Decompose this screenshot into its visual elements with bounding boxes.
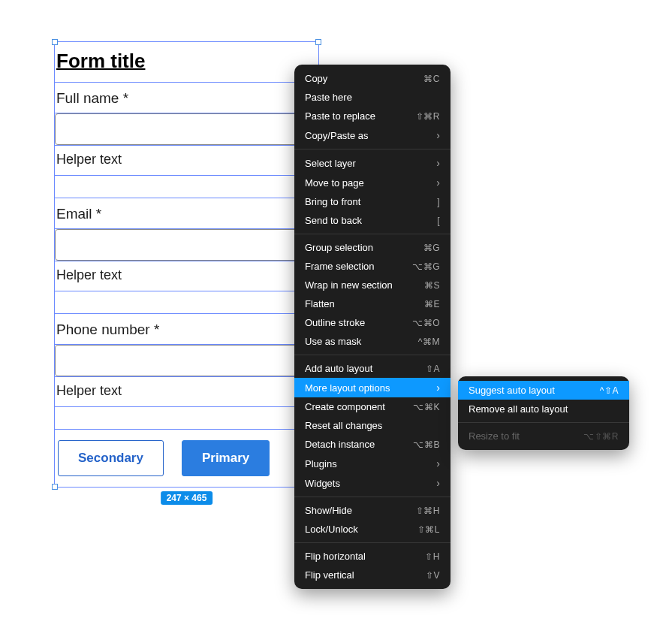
field-group[interactable]: Email * Helper text — [55, 198, 318, 291]
menu-item-label: Reset all changes — [305, 420, 382, 431]
menu-item-detach-instance[interactable]: Detach instance⌥⌘B — [294, 435, 451, 454]
menu-item-label: More layout options — [305, 382, 390, 394]
spacer — [55, 291, 318, 314]
menu-item-reset-all-changes[interactable]: Reset all changes — [294, 416, 451, 435]
menu-item-use-as-mask[interactable]: Use as mask^⌘M — [294, 332, 451, 351]
chevron-right-icon: › — [436, 477, 440, 489]
menu-item-select-layer[interactable]: Select layer› — [294, 153, 451, 173]
menu-item-copy[interactable]: Copy⌘C — [294, 69, 451, 88]
menu-item-lock-unlock[interactable]: Lock/Unlock⇧⌘L — [294, 520, 451, 539]
menu-item-label: Suggest auto layout — [469, 385, 555, 396]
menu-item-bring-to-front[interactable]: Bring to front] — [294, 192, 451, 211]
menu-item-group-selection[interactable]: Group selection⌘G — [294, 238, 451, 257]
menu-item-label: Lock/Unlock — [305, 524, 358, 535]
menu-item-copy-paste-as[interactable]: Copy/Paste as› — [294, 125, 451, 145]
menu-item-flatten[interactable]: Flatten⌘E — [294, 294, 451, 313]
menu-item-label: Use as mask — [305, 336, 361, 347]
menu-item-label: Send to back — [305, 215, 362, 226]
menu-item-add-auto-layout[interactable]: Add auto layout⇧A — [294, 359, 451, 378]
menu-shortcut: ⌥⌘K — [413, 402, 440, 412]
field-label[interactable]: Full name * — [55, 83, 318, 113]
menu-item-send-to-back[interactable]: Send to back[ — [294, 211, 451, 230]
selection-handle-tl[interactable] — [52, 39, 58, 45]
field-label[interactable]: Phone number * — [55, 314, 318, 345]
context-menu: Copy⌘CPaste herePaste to replace⇧⌘RCopy/… — [294, 65, 451, 589]
field-group[interactable]: Full name * Helper text — [55, 83, 318, 176]
menu-item-label: Show/Hide — [305, 505, 352, 516]
form-title[interactable]: Form title — [55, 42, 318, 83]
menu-item-label: Flip horizontal — [305, 551, 366, 562]
field-group[interactable]: Phone number * Helper text — [55, 314, 318, 407]
selection-handle-tr[interactable] — [315, 39, 321, 45]
menu-shortcut: ^⇧A — [600, 385, 619, 396]
menu-item-flip-vertical[interactable]: Flip vertical⇧V — [294, 566, 451, 584]
chevron-right-icon: › — [436, 177, 440, 189]
submenu-item-suggest-auto-layout[interactable]: Suggest auto layout^⇧A — [458, 381, 629, 400]
menu-item-label: Wrap in new section — [305, 279, 393, 291]
menu-item-label: Plugins — [305, 458, 337, 469]
menu-shortcut: ⌘E — [424, 299, 440, 309]
secondary-button[interactable]: Secondary — [58, 440, 164, 476]
menu-item-paste-here[interactable]: Paste here — [294, 88, 451, 107]
field-input-wrapper — [55, 113, 318, 146]
menu-item-label: Detach instance — [305, 439, 375, 450]
menu-shortcut: ⇧V — [426, 570, 440, 581]
field-helper[interactable]: Helper text — [55, 146, 318, 175]
menu-shortcut: ⌘G — [423, 243, 440, 253]
menu-item-create-component[interactable]: Create component⌥⌘K — [294, 397, 451, 416]
submenu-item-resize-to-fit: Resize to fit⌥⇧⌘R — [458, 427, 629, 445]
menu-item-label: Flip vertical — [305, 569, 354, 581]
menu-shortcut: ⇧⌘H — [416, 506, 440, 516]
menu-item-label: Paste to replace — [305, 110, 375, 122]
menu-divider — [294, 149, 451, 149]
menu-item-show-hide[interactable]: Show/Hide⇧⌘H — [294, 501, 451, 520]
field-label[interactable]: Email * — [55, 198, 318, 229]
selected-form-frame[interactable]: Form title Full name * Helper text Email… — [54, 41, 319, 488]
field-helper[interactable]: Helper text — [55, 261, 318, 291]
menu-item-label: Bring to front — [305, 196, 360, 207]
menu-item-label: Widgets — [305, 478, 340, 489]
menu-shortcut: ⇧A — [426, 364, 440, 374]
menu-shortcut: ] — [437, 197, 440, 207]
menu-divider — [294, 234, 451, 234]
menu-item-label: Create component — [305, 401, 385, 412]
selection-handle-bl[interactable] — [52, 484, 58, 490]
menu-shortcut: ⇧⌘L — [417, 524, 440, 535]
menu-shortcut: ⇧⌘R — [416, 111, 440, 122]
phone-input[interactable] — [55, 345, 318, 376]
field-helper[interactable]: Helper text — [55, 377, 318, 406]
menu-item-label: Move to page — [305, 177, 364, 189]
primary-button[interactable]: Primary — [182, 440, 270, 476]
menu-divider — [294, 355, 451, 355]
menu-item-label: Frame selection — [305, 261, 374, 272]
dimension-badge: 247 × 465 — [161, 491, 213, 505]
menu-divider — [294, 497, 451, 497]
menu-shortcut: [ — [437, 216, 440, 226]
menu-item-plugins[interactable]: Plugins› — [294, 454, 451, 473]
menu-item-label: Copy — [305, 73, 327, 84]
submenu-item-remove-all-auto-layout[interactable]: Remove all auto layout — [458, 400, 629, 418]
menu-shortcut: ⌥⇧⌘R — [583, 431, 619, 442]
menu-item-label: Remove all auto layout — [469, 403, 568, 415]
menu-item-frame-selection[interactable]: Frame selection⌥⌘G — [294, 257, 451, 276]
menu-item-paste-to-replace[interactable]: Paste to replace⇧⌘R — [294, 107, 451, 125]
email-input[interactable] — [55, 229, 318, 261]
menu-item-label: Outline stroke — [305, 317, 365, 328]
menu-item-label: Flatten — [305, 298, 335, 309]
layout-submenu: Suggest auto layout^⇧ARemove all auto la… — [458, 376, 629, 450]
menu-item-wrap-in-new-section[interactable]: Wrap in new section⌘S — [294, 276, 451, 294]
menu-item-widgets[interactable]: Widgets› — [294, 473, 451, 493]
menu-shortcut: ⌘S — [424, 280, 440, 291]
menu-item-flip-horizontal[interactable]: Flip horizontal⇧H — [294, 547, 451, 566]
menu-shortcut: ⌥⌘B — [413, 439, 440, 450]
menu-divider — [294, 542, 451, 543]
menu-shortcut: ⌥⌘O — [412, 318, 440, 328]
fullname-input[interactable] — [55, 113, 318, 145]
menu-item-label: Paste here — [305, 92, 352, 103]
menu-item-move-to-page[interactable]: Move to page› — [294, 173, 451, 192]
spacer — [55, 176, 318, 198]
menu-item-more-layout-options[interactable]: More layout options› — [294, 378, 451, 397]
menu-item-outline-stroke[interactable]: Outline stroke⌥⌘O — [294, 313, 451, 332]
menu-shortcut: ⌘C — [423, 74, 440, 84]
field-input-wrapper — [55, 345, 318, 377]
